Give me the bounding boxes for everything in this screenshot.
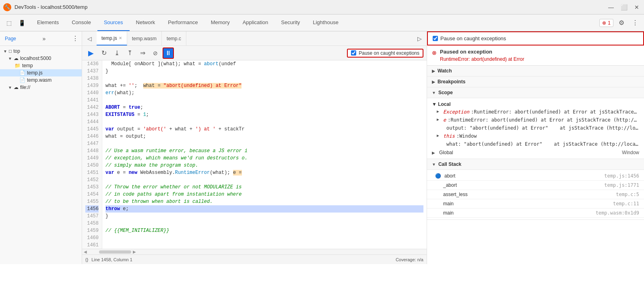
code-line: // {{MEM_INITIALIZER}} <box>105 227 423 234</box>
sidebar-tab-page[interactable]: Page <box>3 35 18 42</box>
device-icon[interactable]: 📱 <box>16 17 27 29</box>
tree-item-localhost[interactable]: ▼ ☁ localhost:5000 <box>0 55 82 62</box>
code-line: // Throw the error whether or not MODULA… <box>105 184 423 191</box>
titlebar-left: 🔧 DevTools - localhost:5000/temp <box>3 3 87 11</box>
resume-button[interactable]: ▶ <box>85 48 97 59</box>
pause-exceptions-checkbox[interactable] <box>351 50 356 56</box>
right-scroll-arrow[interactable]: ▶ <box>133 250 136 254</box>
maximize-button[interactable]: ⬜ <box>620 3 628 11</box>
scope-key: e <box>443 117 446 123</box>
editor-nav-back[interactable]: ◁ <box>84 33 95 44</box>
callstack-current-icon: 🔵 <box>435 173 441 179</box>
callstack-item-abort2[interactable]: _abort temp.js:1771 <box>427 181 644 190</box>
tab-console[interactable]: Console <box>65 14 97 31</box>
horizontal-scrollbar[interactable]: ◀ ▶ <box>82 249 427 254</box>
code-editor[interactable]: 1436143714381439 1440144114421443 144414… <box>82 60 427 249</box>
exception-title: Paused on exception <box>440 49 524 55</box>
scope-value: RuntimeError: abort(undefined) at Error … <box>450 117 639 123</box>
editor-tab-tempjs[interactable]: temp.js ✕ <box>97 31 127 45</box>
section-scope[interactable]: ▼ Scope <box>427 87 644 98</box>
scope-item-exception[interactable]: ▶ Exception: RuntimeError: abort(undefin… <box>427 108 644 116</box>
format-icon[interactable]: {} <box>85 257 88 262</box>
scope-value: what: "abort(undefined) at Error" at jsS… <box>446 141 639 147</box>
hscroll-thumb[interactable] <box>99 250 131 254</box>
callstack-item-main2[interactable]: main temp.wasm:0x1d9 <box>427 209 644 218</box>
left-scroll-arrow[interactable]: ◀ <box>84 250 87 254</box>
toolbar-right: ⊗ 1 ⚙ ⋮ <box>599 17 641 29</box>
step-into-button[interactable]: ⤓ <box>111 48 122 59</box>
tab-network[interactable]: Network <box>130 14 162 31</box>
editor-tab-close-tempjs[interactable]: ✕ <box>119 36 122 40</box>
tab-memory[interactable]: Memory <box>204 14 236 31</box>
settings-button[interactable]: ⚙ <box>616 17 627 29</box>
scope-item-this[interactable]: ▶ this: Window <box>427 132 644 140</box>
scope-key: Exception <box>443 109 469 115</box>
titlebar-controls: — ⬜ ✕ <box>607 3 641 11</box>
code-line <box>105 234 423 242</box>
code-line: ABORT = true; <box>105 104 423 111</box>
editor-tab-tempwasm[interactable]: temp.wasm <box>127 31 162 45</box>
editor-add-tab[interactable]: ▷ <box>414 33 425 44</box>
code-line: what += ''; what = "abort(undefined) at … <box>105 82 423 89</box>
tab-sources[interactable]: Sources <box>97 14 130 31</box>
step-out-button[interactable]: ⤒ <box>124 48 135 59</box>
section-callstack[interactable]: ▼ Call Stack <box>427 159 644 170</box>
section-watch[interactable]: ▶ Watch <box>427 66 644 76</box>
tab-application[interactable]: Application <box>236 14 275 31</box>
callstack-item-main1[interactable]: main temp.c:11 <box>427 199 644 209</box>
pause-exceptions-checkbox-right[interactable] <box>433 36 438 41</box>
scope-item-what: what: "abort(undefined) at Error" at jsS… <box>427 140 644 148</box>
callstack-item-abort[interactable]: 🔵 abort temp.js:1456 <box>427 171 644 181</box>
tree-label-localhost: localhost:5000 <box>20 56 78 61</box>
editor-tab-tempc[interactable]: temp.c <box>162 31 186 45</box>
sidebar-more-icon[interactable]: » <box>43 35 46 42</box>
callstack-fn: main <box>435 201 454 207</box>
callstack-label: Call Stack <box>438 161 461 167</box>
breakpoints-arrow: ▶ <box>432 80 435 84</box>
close-button[interactable]: ✕ <box>633 3 641 11</box>
tab-security[interactable]: Security <box>275 14 306 31</box>
scope-global[interactable]: ▶ Global Window <box>427 148 644 157</box>
sidebar-menu-icon[interactable]: ⋮ <box>72 35 78 42</box>
debug-controls: ▶ ↻ ⤓ ⤒ ⇒ ⊘ ⏸ <box>85 48 174 59</box>
callstack-item-assert[interactable]: assert_less temp.c:5 <box>427 190 644 199</box>
pause-exceptions-label-right: Pause on caught exceptions <box>440 35 506 41</box>
code-line: // exception, which means we'd run destr… <box>105 155 423 162</box>
error-icon: ⊗ <box>602 20 606 26</box>
code-content[interactable]: Module[ onAbort ](what); what = abort(un… <box>102 60 427 249</box>
tree-arrow-localhost: ▼ <box>8 56 12 61</box>
deactivate-button[interactable]: ⊘ <box>150 48 161 59</box>
tree-item-tempwasm[interactable]: 📄 temp.wasm <box>0 76 82 84</box>
exception-icon: ⊗ <box>432 50 437 56</box>
pause-button[interactable]: ⏸ <box>163 48 174 59</box>
global-arrow: ▶ <box>432 151 435 155</box>
tree-item-top[interactable]: ▼ □ top <box>0 48 82 55</box>
callstack-fn: main <box>435 210 454 216</box>
inspect-icon[interactable]: ⬚ <box>3 17 14 29</box>
step-button[interactable]: ⇒ <box>137 48 148 59</box>
section-breakpoints[interactable]: ▶ Breakpoints <box>427 76 644 87</box>
callstack-fn: _abort <box>435 182 457 188</box>
step-over-button[interactable]: ↻ <box>98 48 109 59</box>
code-line <box>105 220 423 227</box>
code-line: // simply make the program stop. <box>105 162 423 169</box>
scope-item-e[interactable]: ▶ e: RuntimeError: abort(undefined) at E… <box>427 116 644 124</box>
tree-item-file[interactable]: ▼ ☁ file:// <box>0 84 82 91</box>
tree-item-tempjs[interactable]: 📄 temp.js <box>0 69 82 76</box>
local-label: ▼ Local <box>427 100 644 108</box>
folder-icon-top: □ <box>9 48 12 54</box>
error-badge[interactable]: ⊗ 1 <box>599 19 613 27</box>
tree-item-temp[interactable]: 📁 temp <box>0 62 82 69</box>
minimize-button[interactable]: — <box>607 3 615 11</box>
sidebar-tree: ▼ □ top ▼ ☁ localhost:5000 📁 temp 📄 temp… <box>0 46 82 264</box>
code-line <box>105 140 423 147</box>
tab-lighthouse[interactable]: Lighthouse <box>306 14 345 31</box>
exception-banner: ⊗ Paused on exception RuntimeError: abor… <box>427 45 644 66</box>
more-menu-button[interactable]: ⋮ <box>630 17 641 29</box>
main-toolbar: ⬚ 📱 Elements Console Sources Network Per… <box>0 14 644 31</box>
tab-performance[interactable]: Performance <box>161 14 204 31</box>
callstack-fn: abort <box>444 173 455 179</box>
scope-item-output: output: "abort(undefined) at Error" at j… <box>427 124 644 132</box>
line-numbers: 1436143714381439 1440144114421443 144414… <box>82 60 102 249</box>
tab-elements[interactable]: Elements <box>31 14 65 31</box>
